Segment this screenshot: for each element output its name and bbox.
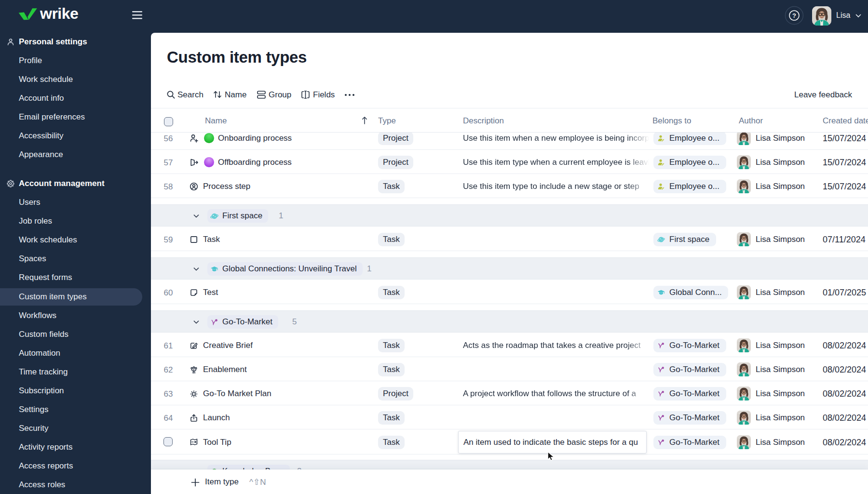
svg-text:?: ? [792,12,796,19]
